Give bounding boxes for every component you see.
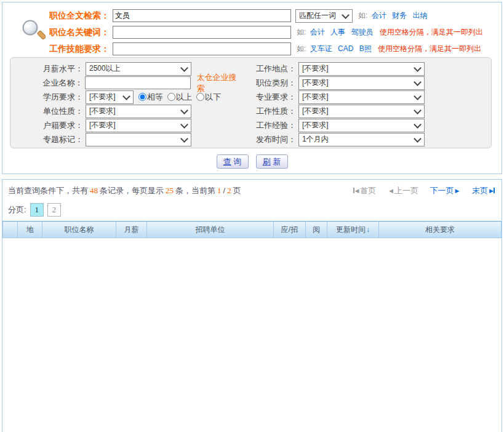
page-number-label: 分页: — [8, 204, 26, 215]
chevron-down-icon — [414, 135, 422, 143]
last-page-icon: ▶ — [489, 188, 495, 194]
prev-page-icon: ◀ — [389, 188, 393, 194]
education-filter-select[interactable]: [不要求] — [86, 90, 134, 104]
chevron-down-icon — [414, 121, 422, 129]
query-button[interactable]: 查 询 — [217, 154, 249, 169]
education-radio-input[interactable] — [138, 93, 146, 101]
education-filter-label: 学历要求： — [10, 92, 83, 103]
col-header-checkbox — [3, 222, 18, 238]
example-link[interactable]: 人事 — [330, 28, 345, 36]
page-number-button[interactable]: 2 — [47, 203, 61, 217]
residency-filter-label: 户籍要求： — [10, 120, 83, 131]
col-header-0: 地 — [18, 222, 42, 238]
publishtime-filter-label: 发布时间： — [244, 134, 296, 145]
specialtag-filter-select[interactable] — [86, 133, 191, 146]
col-header-7: 相关要求 — [379, 222, 502, 238]
education-radio[interactable]: 相等 — [138, 92, 163, 103]
example-link[interactable]: 会计 — [372, 11, 386, 20]
filter-box: 月薪水平： 2500以上 工作地点： [不要求] 企业名称： 太仓企业搜索 职位… — [10, 57, 492, 148]
chevron-down-icon — [342, 11, 350, 19]
chevron-down-icon — [180, 64, 188, 72]
residency-filter-select[interactable]: [不要求] — [86, 119, 191, 132]
education-radio[interactable]: 以下 — [196, 92, 221, 103]
chevron-down-icon — [180, 121, 188, 129]
education-radios: 相等以上以下 — [138, 92, 225, 103]
chevron-down-icon — [414, 64, 422, 72]
example-link[interactable]: 驾驶员 — [351, 28, 373, 36]
workplace-filter-label: 工作地点： — [244, 63, 296, 74]
first-page-link[interactable]: ◀首页 — [352, 186, 376, 195]
companytype-filter-select[interactable]: [不要求] — [86, 105, 191, 118]
skill-hint: 如: 叉车证 CAD B照 使用空格分隔，满足其一即列出 — [297, 44, 481, 54]
chevron-down-icon — [414, 106, 422, 114]
skill-search-input[interactable] — [113, 42, 291, 55]
category-filter-select[interactable]: [不要求] — [298, 76, 425, 90]
company-name-input[interactable] — [85, 76, 191, 89]
example-link[interactable]: B照 — [359, 44, 372, 53]
total-pages: 2 — [227, 186, 231, 195]
skill-search-label: 工作技能要求： — [46, 44, 110, 55]
col-header-2: 月薪 — [116, 222, 147, 238]
results-panel: 当前查询条件下，共有48条记录，每页显示25条，当前第1/2页 ◀首页 ◀上一页… — [2, 179, 502, 432]
separator-hint: 使用空格分隔，满足其一即列出 — [378, 44, 481, 53]
fulltext-search-label: 职位全文检索： — [46, 10, 110, 22]
search-panel: 职位全文检索： 匹配任一词 如: 会计 财务 出纳 职位名关键词： 如: 会计 … — [2, 2, 502, 174]
companytype-filter-label: 单位性质： — [10, 106, 83, 117]
next-page-icon: ▶ — [455, 188, 460, 194]
company-filter-label: 企业名称： — [10, 78, 82, 89]
current-page: 1 — [217, 186, 222, 195]
example-link[interactable]: CAD — [338, 44, 353, 53]
match-mode-select[interactable]: 匹配任一词 — [295, 9, 353, 23]
page-number-list: 12 — [26, 203, 61, 217]
example-link[interactable]: 会计 — [310, 28, 325, 36]
chevron-down-icon — [414, 78, 422, 86]
example-link[interactable]: 叉车证 — [310, 44, 332, 53]
fulltext-hint: 如: 会计 财务 出纳 — [358, 10, 429, 21]
button-row: 查 询 刷 新 — [2, 154, 502, 169]
col-header-1: 职位名称 — [42, 222, 116, 238]
education-radio[interactable]: 以上 — [167, 92, 192, 103]
col-header-6: 更新时间↓ — [327, 222, 379, 238]
workplace-filter-select[interactable]: [不要求] — [298, 62, 425, 76]
separator-hint: 使用空格分隔，满足其一即列出 — [380, 28, 483, 36]
category-filter-label: 职位类别： — [244, 78, 296, 89]
education-radio-input[interactable] — [196, 93, 204, 101]
chevron-down-icon — [180, 135, 188, 143]
total-records: 48 — [90, 186, 98, 195]
major-filter-label: 专业要求： — [244, 92, 296, 103]
jobname-search-row: 职位名关键词： 如: 会计 人事 驾驶员 使用空格分隔，满足其一即列出 — [46, 24, 502, 41]
specialtag-filter-label: 专题标记： — [10, 134, 83, 145]
fulltext-search-input[interactable] — [113, 9, 291, 22]
jobname-hint: 如: 会计 人事 驾驶员 使用空格分隔，满足其一即列出 — [297, 27, 483, 38]
jobname-search-input[interactable] — [113, 26, 291, 39]
status-row: 当前查询条件下，共有48条记录，每页显示25条，当前第1/2页 ◀首页 ◀上一页… — [8, 184, 496, 198]
publishtime-filter-select[interactable]: 1个月内 — [298, 133, 425, 146]
results-header-row: 地职位名称月薪招聘单位应/招阅更新时间↓相关要求 — [3, 222, 502, 238]
col-header-3: 招聘单位 — [147, 222, 274, 238]
refresh-button[interactable]: 刷 新 — [256, 154, 288, 169]
page-number-row: 分页: 12 — [8, 203, 502, 217]
search-area: 职位全文检索： 匹配任一词 如: 会计 财务 出纳 职位名关键词： 如: 会计 … — [2, 2, 502, 57]
match-mode-value: 匹配任一词 — [299, 10, 336, 21]
example-link[interactable]: 出纳 — [412, 11, 427, 20]
chevron-down-icon — [180, 106, 188, 114]
chevron-down-icon — [414, 92, 422, 100]
sort-desc-icon[interactable]: ↓ — [366, 225, 370, 234]
example-link[interactable]: 财务 — [392, 11, 407, 20]
education-radio-input[interactable] — [167, 93, 175, 101]
worknature-filter-label: 工作性质： — [244, 106, 296, 117]
chevron-down-icon — [122, 92, 130, 100]
records-per-page: 25 — [166, 186, 174, 195]
last-page-link[interactable]: 末页▶ — [472, 186, 496, 195]
prev-page-link[interactable]: ◀上一页 — [388, 186, 418, 195]
jobname-search-label: 职位名关键词： — [46, 27, 110, 38]
experience-filter-select[interactable]: [不要求] — [298, 119, 425, 132]
experience-filter-label: 工作经验： — [244, 120, 296, 131]
results-table: 地职位名称月薪招聘单位应/招阅更新时间↓相关要求 — [2, 221, 502, 238]
fulltext-search-row: 职位全文检索： 匹配任一词 如: 会计 财务 出纳 — [46, 7, 502, 24]
next-page-link[interactable]: 下一页▶ — [430, 186, 461, 195]
page-number-button[interactable]: 1 — [30, 203, 44, 217]
major-filter-select[interactable]: [不要求] — [298, 90, 425, 104]
worknature-filter-select[interactable]: [不要求] — [298, 105, 425, 118]
first-page-icon: ◀ — [353, 188, 359, 194]
